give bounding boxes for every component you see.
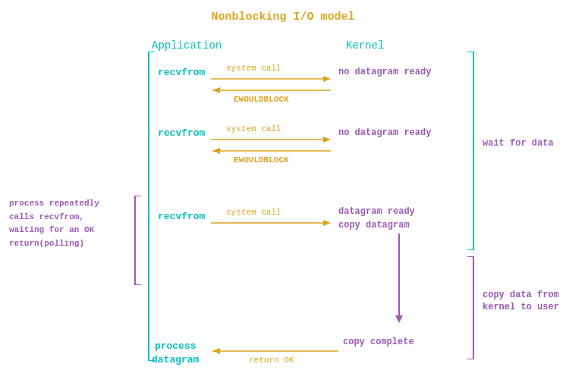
process-text-line2: calls recvfrom,	[9, 211, 99, 224]
process-text-line1: process repeatedly	[9, 197, 99, 211]
svg-text:system call: system call	[226, 208, 281, 217]
kernel-response-3a: datagram ready	[338, 206, 415, 217]
svg-marker-25	[395, 315, 403, 323]
process-text-line3: waiting for an OK	[9, 224, 99, 237]
ewouldblock-arrow-1: EWOULDBLOCK	[211, 82, 332, 103]
svg-marker-11	[323, 76, 331, 82]
recvfrom-3: recvfrom	[158, 211, 205, 222]
copy-data-label-2: kernel to user	[483, 302, 559, 312]
kernel-response-2: no datagram ready	[338, 127, 431, 138]
process-repeatedly-text: process repeatedly calls recvfrom, waiti…	[9, 197, 99, 250]
syscall-arrow-3: system call	[211, 206, 332, 229]
recvfrom-1: recvfrom	[158, 67, 205, 78]
kernel-bracket-copy	[466, 256, 480, 359]
copy-vertical-arrow	[391, 234, 407, 325]
wait-for-data-label: wait for data	[483, 138, 554, 149]
kernel-response-3b: copy datagram	[338, 220, 410, 230]
diagram-container: Nonblocking I/O model Application Kernel…	[0, 0, 566, 392]
svg-marker-23	[323, 220, 331, 226]
return-ok-arrow: return OK	[211, 343, 340, 364]
svg-text:EWOULDBLOCK: EWOULDBLOCK	[234, 95, 289, 103]
recvfrom-2: recvfrom	[158, 127, 205, 139]
svg-text:system call: system call	[226, 124, 281, 133]
copy-data-label-1: copy data from	[483, 290, 559, 300]
col-application-header: Application	[152, 39, 222, 52]
diagram-title: Nonblocking I/O model	[0, 11, 566, 24]
process-text-line4: return(polling)	[9, 237, 99, 251]
ewouldblock-arrow-2: EWOULDBLOCK	[211, 143, 332, 164]
kernel-response-1: no datagram ready	[338, 67, 431, 77]
copy-complete: copy complete	[343, 337, 414, 347]
kernel-bracket-wait	[466, 52, 480, 250]
process-datagram: process datagram	[152, 340, 199, 367]
svg-text:system call: system call	[226, 64, 281, 73]
svg-text:EWOULDBLOCK: EWOULDBLOCK	[234, 155, 289, 164]
process-text-bracket	[120, 196, 146, 285]
svg-text:return OK: return OK	[249, 356, 294, 364]
col-kernel-header: Kernel	[346, 39, 384, 52]
svg-marker-17	[323, 136, 331, 143]
